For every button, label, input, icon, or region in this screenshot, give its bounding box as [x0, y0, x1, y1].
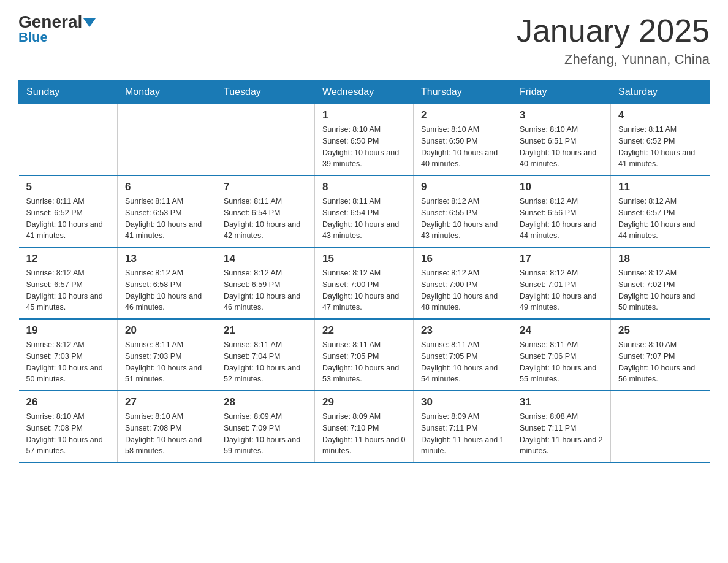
weekday-header-cell: Friday	[512, 80, 611, 104]
day-info: Sunrise: 8:11 AM Sunset: 6:52 PM Dayligh…	[618, 124, 702, 170]
calendar-day-cell: 13Sunrise: 8:12 AM Sunset: 6:58 PM Dayli…	[118, 247, 216, 319]
day-number: 20	[125, 324, 208, 337]
day-info: Sunrise: 8:11 AM Sunset: 7:06 PM Dayligh…	[520, 339, 603, 385]
day-info: Sunrise: 8:12 AM Sunset: 7:02 PM Dayligh…	[618, 267, 702, 313]
day-info: Sunrise: 8:09 AM Sunset: 7:09 PM Dayligh…	[224, 411, 307, 457]
calendar-day-cell: 31Sunrise: 8:08 AM Sunset: 7:11 PM Dayli…	[512, 391, 611, 462]
day-number: 19	[26, 324, 110, 337]
calendar-day-cell: 10Sunrise: 8:12 AM Sunset: 6:56 PM Dayli…	[512, 175, 611, 247]
calendar-day-cell: 5Sunrise: 8:11 AM Sunset: 6:52 PM Daylig…	[19, 175, 118, 247]
calendar-day-cell: 11Sunrise: 8:12 AM Sunset: 6:57 PM Dayli…	[611, 175, 710, 247]
calendar-week-row: 26Sunrise: 8:10 AM Sunset: 7:08 PM Dayli…	[19, 391, 710, 462]
calendar-day-cell: 2Sunrise: 8:10 AM Sunset: 6:50 PM Daylig…	[414, 104, 512, 176]
day-number: 31	[520, 396, 603, 408]
day-info: Sunrise: 8:08 AM Sunset: 7:11 PM Dayligh…	[520, 411, 603, 457]
day-number: 27	[125, 396, 208, 408]
day-number: 12	[26, 253, 110, 265]
calendar-day-cell	[216, 104, 315, 176]
day-number: 16	[421, 253, 504, 265]
day-info: Sunrise: 8:11 AM Sunset: 7:04 PM Dayligh…	[224, 339, 307, 385]
calendar-day-cell: 30Sunrise: 8:09 AM Sunset: 7:11 PM Dayli…	[414, 391, 512, 462]
calendar-day-cell: 16Sunrise: 8:12 AM Sunset: 7:00 PM Dayli…	[414, 247, 512, 319]
day-info: Sunrise: 8:12 AM Sunset: 6:57 PM Dayligh…	[618, 196, 702, 242]
calendar-day-cell: 12Sunrise: 8:12 AM Sunset: 6:57 PM Dayli…	[19, 247, 118, 319]
day-info: Sunrise: 8:12 AM Sunset: 6:57 PM Dayligh…	[26, 267, 110, 313]
calendar-day-cell: 8Sunrise: 8:11 AM Sunset: 6:54 PM Daylig…	[315, 175, 414, 247]
day-number: 8	[322, 181, 406, 193]
location: Zhefang, Yunnan, China	[517, 52, 710, 67]
day-info: Sunrise: 8:09 AM Sunset: 7:11 PM Dayligh…	[421, 411, 504, 457]
day-number: 14	[224, 253, 307, 265]
day-number: 18	[618, 253, 702, 265]
day-number: 17	[520, 253, 603, 265]
weekday-header-cell: Sunday	[19, 80, 118, 104]
calendar-day-cell: 19Sunrise: 8:12 AM Sunset: 7:03 PM Dayli…	[19, 319, 118, 391]
calendar-day-cell: 24Sunrise: 8:11 AM Sunset: 7:06 PM Dayli…	[512, 319, 611, 391]
day-number: 15	[322, 253, 406, 265]
weekday-header-row: SundayMondayTuesdayWednesdayThursdayFrid…	[19, 80, 710, 104]
title-section: January 2025 Zhefang, Yunnan, China	[517, 12, 710, 67]
day-info: Sunrise: 8:10 AM Sunset: 6:51 PM Dayligh…	[520, 124, 603, 170]
day-info: Sunrise: 8:11 AM Sunset: 7:05 PM Dayligh…	[322, 339, 406, 385]
page-header: General Blue January 2025 Zhefang, Yunna…	[18, 12, 710, 67]
day-number: 2	[421, 109, 504, 121]
day-number: 26	[26, 396, 110, 408]
day-info: Sunrise: 8:11 AM Sunset: 6:52 PM Dayligh…	[26, 196, 110, 242]
calendar-day-cell: 4Sunrise: 8:11 AM Sunset: 6:52 PM Daylig…	[611, 104, 710, 176]
calendar-day-cell: 27Sunrise: 8:10 AM Sunset: 7:08 PM Dayli…	[118, 391, 216, 462]
calendar-week-row: 5Sunrise: 8:11 AM Sunset: 6:52 PM Daylig…	[19, 175, 710, 247]
day-info: Sunrise: 8:12 AM Sunset: 6:56 PM Dayligh…	[520, 196, 603, 242]
calendar-day-cell: 3Sunrise: 8:10 AM Sunset: 6:51 PM Daylig…	[512, 104, 611, 176]
day-info: Sunrise: 8:12 AM Sunset: 7:03 PM Dayligh…	[26, 339, 110, 385]
day-number: 25	[618, 324, 702, 337]
day-number: 10	[520, 181, 603, 193]
calendar-day-cell: 7Sunrise: 8:11 AM Sunset: 6:54 PM Daylig…	[216, 175, 315, 247]
day-number: 30	[421, 396, 504, 408]
calendar-day-cell: 29Sunrise: 8:09 AM Sunset: 7:10 PM Dayli…	[315, 391, 414, 462]
day-info: Sunrise: 8:12 AM Sunset: 6:55 PM Dayligh…	[421, 196, 504, 242]
calendar-day-cell: 14Sunrise: 8:12 AM Sunset: 6:59 PM Dayli…	[216, 247, 315, 319]
calendar-table: SundayMondayTuesdayWednesdayThursdayFrid…	[18, 80, 710, 463]
day-number: 21	[224, 324, 307, 337]
day-number: 5	[26, 181, 110, 193]
calendar-day-cell: 18Sunrise: 8:12 AM Sunset: 7:02 PM Dayli…	[611, 247, 710, 319]
day-info: Sunrise: 8:11 AM Sunset: 6:54 PM Dayligh…	[322, 196, 406, 242]
calendar-day-cell: 17Sunrise: 8:12 AM Sunset: 7:01 PM Dayli…	[512, 247, 611, 319]
calendar-body: 1Sunrise: 8:10 AM Sunset: 6:50 PM Daylig…	[19, 104, 710, 463]
logo: General Blue	[18, 12, 96, 45]
day-number: 4	[618, 109, 702, 121]
calendar-day-cell: 26Sunrise: 8:10 AM Sunset: 7:08 PM Dayli…	[19, 391, 118, 462]
calendar-day-cell	[611, 391, 710, 462]
calendar-day-cell: 23Sunrise: 8:11 AM Sunset: 7:05 PM Dayli…	[414, 319, 512, 391]
day-number: 22	[322, 324, 406, 337]
calendar-day-cell	[118, 104, 216, 176]
calendar-day-cell	[19, 104, 118, 176]
calendar-day-cell: 9Sunrise: 8:12 AM Sunset: 6:55 PM Daylig…	[414, 175, 512, 247]
day-info: Sunrise: 8:11 AM Sunset: 7:05 PM Dayligh…	[421, 339, 504, 385]
day-number: 7	[224, 181, 307, 193]
weekday-header-cell: Wednesday	[315, 80, 414, 104]
day-info: Sunrise: 8:10 AM Sunset: 7:07 PM Dayligh…	[618, 339, 702, 385]
calendar-day-cell: 1Sunrise: 8:10 AM Sunset: 6:50 PM Daylig…	[315, 104, 414, 176]
day-number: 13	[125, 253, 208, 265]
day-number: 9	[421, 181, 504, 193]
weekday-header-cell: Saturday	[611, 80, 710, 104]
day-info: Sunrise: 8:10 AM Sunset: 7:08 PM Dayligh…	[26, 411, 110, 457]
calendar-day-cell: 28Sunrise: 8:09 AM Sunset: 7:09 PM Dayli…	[216, 391, 315, 462]
day-number: 3	[520, 109, 603, 121]
day-info: Sunrise: 8:10 AM Sunset: 6:50 PM Dayligh…	[322, 124, 406, 170]
day-info: Sunrise: 8:10 AM Sunset: 6:50 PM Dayligh…	[421, 124, 504, 170]
calendar-day-cell: 20Sunrise: 8:11 AM Sunset: 7:03 PM Dayli…	[118, 319, 216, 391]
day-info: Sunrise: 8:11 AM Sunset: 7:03 PM Dayligh…	[125, 339, 208, 385]
day-info: Sunrise: 8:09 AM Sunset: 7:10 PM Dayligh…	[322, 411, 406, 457]
day-info: Sunrise: 8:11 AM Sunset: 6:54 PM Dayligh…	[224, 196, 307, 242]
month-title: January 2025	[517, 12, 710, 49]
weekday-header-cell: Monday	[118, 80, 216, 104]
logo-blue-text: Blue	[18, 29, 48, 45]
weekday-header-cell: Tuesday	[216, 80, 315, 104]
calendar-day-cell: 15Sunrise: 8:12 AM Sunset: 7:00 PM Dayli…	[315, 247, 414, 319]
day-info: Sunrise: 8:12 AM Sunset: 6:58 PM Dayligh…	[125, 267, 208, 313]
day-number: 24	[520, 324, 603, 337]
calendar-day-cell: 22Sunrise: 8:11 AM Sunset: 7:05 PM Dayli…	[315, 319, 414, 391]
logo-arrow-icon	[83, 18, 96, 27]
